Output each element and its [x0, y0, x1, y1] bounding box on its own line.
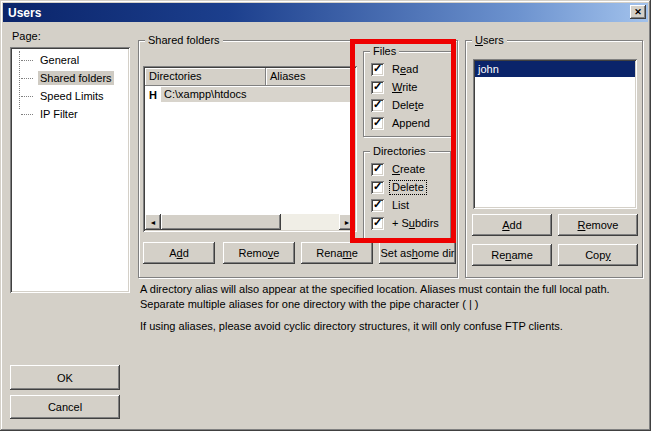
copy-user-button[interactable]: Copy — [558, 244, 638, 266]
rename-user-button[interactable]: Rename — [472, 244, 552, 266]
add-folder-button[interactable]: Add — [143, 242, 215, 264]
page-item-shared-folders[interactable]: Shared folders — [12, 69, 128, 87]
column-header-directories[interactable]: Directories — [145, 68, 266, 86]
page-item-speed-limits[interactable]: Speed Limits — [12, 87, 128, 105]
directories-permissions-group: Directories Create Delete List + Subdirs — [363, 151, 451, 239]
cancel-button[interactable]: Cancel — [10, 395, 120, 419]
list-header: Directories Aliases — [145, 68, 355, 86]
page-item-general[interactable]: General — [12, 51, 128, 69]
checkbox-icon[interactable] — [371, 217, 384, 230]
user-item-john[interactable]: john — [475, 61, 635, 77]
set-as-home-dir-button[interactable]: Set as home dir — [379, 242, 456, 264]
checkbox-dirs-subdirs[interactable]: + Subdirs — [364, 214, 450, 232]
remove-folder-button[interactable]: Remove — [223, 242, 295, 264]
shared-folders-group-label: Shared folders — [145, 33, 223, 47]
alias-notes: A directory alias will also appear at th… — [140, 282, 646, 334]
ok-button[interactable]: OK — [10, 365, 120, 390]
title-bar[interactable]: Users ✕ — [3, 3, 648, 22]
alias-note-1: A directory alias will also appear at th… — [140, 282, 646, 312]
checkbox-icon[interactable] — [371, 63, 384, 76]
scroll-right-icon[interactable]: ► — [339, 214, 355, 230]
directories-group-label: Directories — [370, 144, 429, 158]
home-dir-marker: H — [145, 89, 161, 101]
users-dialog: Users ✕ Page: General Shared folders Spe… — [0, 0, 651, 431]
files-permissions-group: Files Read Write Delete Append — [363, 51, 453, 137]
horizontal-scrollbar[interactable]: ◄ ► — [145, 214, 355, 230]
users-list[interactable]: john — [473, 59, 637, 209]
alias-note-2: If using aliases, please avoid cyclic di… — [140, 319, 646, 334]
checkbox-files-read[interactable]: Read — [364, 60, 452, 78]
checkbox-icon[interactable] — [371, 181, 384, 194]
users-group-label: Users — [472, 33, 507, 47]
checkbox-files-write[interactable]: Write — [364, 78, 452, 96]
window-title: Users — [8, 6, 41, 20]
rename-folder-button[interactable]: Rename — [301, 242, 373, 264]
checkbox-files-append[interactable]: Append — [364, 114, 452, 132]
checkbox-dirs-create[interactable]: Create — [364, 160, 450, 178]
checkbox-icon[interactable] — [371, 81, 384, 94]
checkbox-dirs-list[interactable]: List — [364, 196, 450, 214]
add-user-button[interactable]: Add — [472, 214, 552, 236]
scroll-left-icon[interactable]: ◄ — [145, 214, 161, 230]
page-item-ip-filter[interactable]: IP Filter — [12, 105, 128, 123]
checkbox-icon[interactable] — [371, 99, 384, 112]
checkbox-files-delete[interactable]: Delete — [364, 96, 452, 114]
checkbox-icon[interactable] — [371, 199, 384, 212]
shared-folders-list[interactable]: Directories Aliases H C:\xampp\htdocs ◄ … — [143, 66, 357, 232]
close-icon[interactable]: ✕ — [630, 5, 646, 19]
shared-folders-group: Shared folders Directories Aliases H C:\… — [138, 40, 458, 278]
users-group: Users john Add Remove Rename Copy — [465, 40, 643, 278]
shared-folder-row[interactable]: H C:\xampp\htdocs — [145, 86, 355, 103]
page-list[interactable]: General Shared folders Speed Limits IP F… — [10, 47, 130, 293]
files-group-label: Files — [370, 44, 399, 58]
checkbox-icon[interactable] — [371, 117, 384, 130]
page-label: Page: — [12, 30, 41, 42]
remove-user-button[interactable]: Remove — [558, 214, 638, 236]
column-header-aliases[interactable]: Aliases — [266, 68, 355, 86]
checkbox-icon[interactable] — [371, 163, 384, 176]
directory-path: C:\xampp\htdocs — [161, 87, 355, 102]
scrollbar-thumb[interactable] — [161, 214, 281, 230]
checkbox-dirs-delete[interactable]: Delete — [364, 178, 450, 196]
